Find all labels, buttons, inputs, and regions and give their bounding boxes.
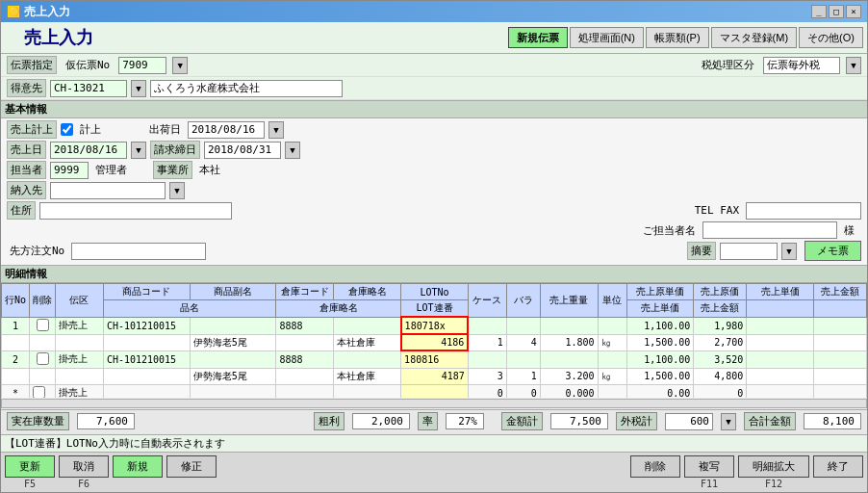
cell-sokocode: 8888 — [276, 317, 334, 334]
f5-label: F5 — [24, 479, 36, 489]
other-menu[interactable]: その他(O) — [799, 27, 863, 48]
delete-button[interactable]: 削除 — [630, 455, 680, 478]
col-header-unit: 単位 — [598, 284, 626, 318]
sorii-label: 粗利 — [314, 412, 345, 430]
cell-unit — [598, 384, 626, 398]
col-header-hinname2: 品名 — [103, 300, 276, 318]
cell-bara: 1 — [506, 368, 540, 384]
cell-genten: 3,520 — [694, 350, 747, 368]
shukka-dropdown[interactable]: ▼ — [268, 121, 284, 139]
cell-lot: 180816 — [401, 350, 469, 368]
table-row: * 掛売上 0 0 0.000 0.00 — [2, 384, 867, 398]
jusho-input[interactable] — [39, 202, 232, 220]
col-header-gentan4 — [747, 300, 814, 318]
cell-hinname: 伊勢海老5尾 — [190, 334, 276, 350]
tokuisaki-name-input[interactable] — [150, 80, 343, 97]
uribo-input[interactable] — [50, 142, 127, 159]
ledger-menu[interactable]: 帳票類(P) — [646, 27, 709, 48]
cell-weight — [540, 317, 598, 334]
maximize-button[interactable]: □ — [829, 5, 844, 18]
cell-case — [468, 317, 506, 334]
master-menu[interactable]: マスタ登録(M) — [711, 27, 798, 48]
app-title: 売上入力 — [5, 24, 113, 51]
shukka-input[interactable] — [188, 121, 265, 139]
menu-buttons: 新規伝票 処理画面(N) 帳票類(P) マスタ登録(M) その他(O) — [508, 27, 863, 48]
cell-case: 3 — [468, 368, 506, 384]
jusho-label: 住所 — [7, 201, 36, 220]
uribo-dropdown[interactable]: ▼ — [131, 142, 146, 159]
modify-button[interactable]: 修正 — [166, 455, 217, 478]
cell-weight: 3.200 — [540, 368, 598, 384]
memo-dropdown[interactable]: ▼ — [781, 243, 797, 260]
cell-case: 1 — [468, 334, 506, 350]
new-invoice-button[interactable]: 新規伝票 — [508, 27, 568, 48]
new-button[interactable]: 新規 — [113, 455, 163, 478]
cell-denku — [56, 334, 104, 350]
seikyu-dropdown[interactable]: ▼ — [285, 142, 300, 159]
rate-label: 率 — [418, 412, 438, 430]
nounyusaki-input[interactable] — [50, 182, 166, 199]
cell-bara — [506, 317, 540, 334]
window-title: 売上入力 — [24, 4, 70, 20]
urikei-checkbox[interactable] — [61, 123, 73, 136]
horizontal-scrollbar[interactable] — [1, 399, 867, 408]
cell-hincode — [103, 384, 190, 398]
meisai-section-header: 明細情報 — [1, 265, 867, 283]
del-checkbox[interactable] — [33, 386, 45, 399]
update-button[interactable]: 更新 — [5, 455, 55, 478]
jigyosho-label: 事業所 — [153, 161, 192, 179]
cell-unit: ㎏ — [598, 334, 626, 350]
kari-dropdown[interactable]: ▼ — [172, 57, 188, 74]
col-header-sokoname2: 倉庫略名 — [276, 300, 401, 318]
tel-input[interactable] — [746, 202, 861, 220]
end-button[interactable]: 終了 — [813, 455, 863, 478]
uribo-label: 売上日 — [7, 141, 46, 159]
del-checkbox[interactable] — [37, 352, 49, 365]
col-header-case: ケース — [468, 284, 506, 318]
cell-sokoname — [334, 317, 401, 334]
del-checkbox[interactable] — [37, 319, 49, 331]
expand-button[interactable]: 明細拡大 — [738, 455, 809, 478]
f6-label: F6 — [78, 479, 89, 489]
cell-gentan: 1,100.00 — [626, 317, 694, 334]
cancel-button[interactable]: 取消 — [59, 455, 109, 478]
zei-dropdown[interactable]: ▼ — [721, 413, 736, 430]
window-controls: _ □ × — [811, 5, 861, 18]
tax-input[interactable] — [763, 57, 840, 74]
tanto2-input[interactable] — [702, 221, 837, 239]
cell-denku: 掛売上 — [56, 350, 104, 368]
tokuisaki-label: 得意先 — [7, 79, 46, 97]
col-header-genten3: 売上金額 — [694, 300, 747, 318]
tanto-label: 担当者 — [7, 161, 46, 179]
tax-dropdown[interactable]: ▼ — [846, 57, 861, 74]
cell-lot — [401, 384, 469, 398]
tanto-code-input[interactable] — [50, 162, 89, 179]
seikyu-input[interactable] — [204, 142, 281, 159]
processing-menu[interactable]: 処理画面(N) — [570, 27, 644, 48]
kari-input[interactable] — [118, 57, 166, 74]
tanto-name-label: 管理者 — [92, 162, 130, 178]
saki-order-input[interactable] — [71, 243, 206, 260]
cell-lot-sub: 4187 — [401, 368, 469, 384]
cell-gyono: 2 — [2, 350, 30, 368]
cell-denku: 掛売上 — [56, 384, 104, 398]
memo-btn[interactable]: メモ票 — [804, 241, 861, 261]
cell-lot: 180718x — [401, 317, 469, 334]
copy-button[interactable]: 複写 — [684, 455, 734, 478]
memo-input[interactable] — [720, 243, 778, 260]
nounyusaki-dropdown[interactable]: ▼ — [169, 182, 185, 199]
cell-genten: 4,800 — [694, 368, 747, 384]
cell-sokocode — [276, 368, 334, 384]
cell-genten: 2,700 — [694, 334, 747, 350]
cell-gentan2 — [747, 384, 814, 398]
urikei-label: 売上計上 — [7, 120, 57, 139]
tokuisaki-code-input[interactable] — [50, 80, 127, 97]
jitsu-value: 7,600 — [77, 413, 135, 429]
close-button[interactable]: × — [846, 5, 861, 18]
minimize-button[interactable]: _ — [811, 5, 827, 18]
tokuisaki-dropdown[interactable]: ▼ — [131, 80, 146, 97]
cell-genten: 1,980 — [694, 317, 747, 334]
zei-input[interactable] — [665, 413, 713, 430]
cell-hinname: 伊勢海老5尾 — [190, 368, 276, 384]
cell-hincode — [103, 368, 190, 384]
